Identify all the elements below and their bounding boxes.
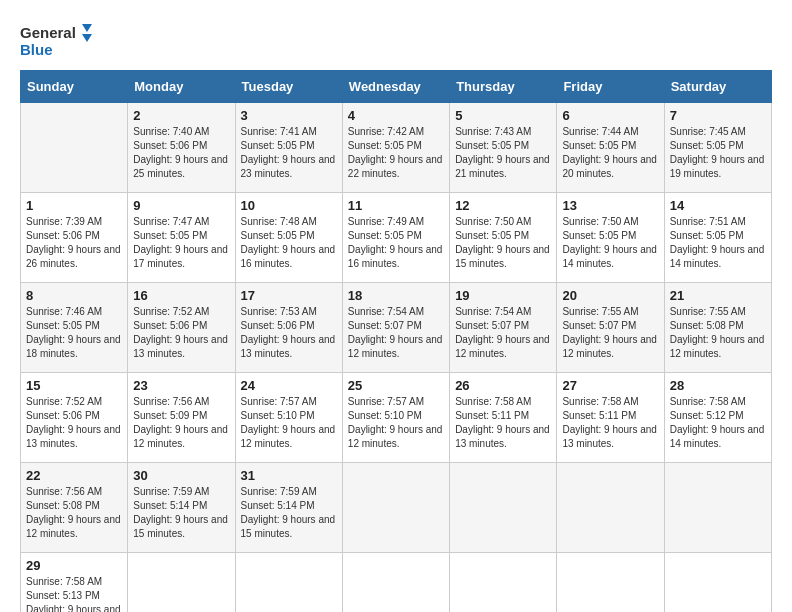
weekday-header-thursday: Thursday [450, 71, 557, 103]
day-number: 10 [241, 198, 337, 213]
calendar-cell [557, 553, 664, 613]
day-info: Sunrise: 7:57 AMSunset: 5:10 PMDaylight:… [348, 395, 444, 451]
day-number: 30 [133, 468, 229, 483]
day-info: Sunrise: 7:57 AMSunset: 5:10 PMDaylight:… [241, 395, 337, 451]
day-number: 6 [562, 108, 658, 123]
day-info: Sunrise: 7:42 AMSunset: 5:05 PMDaylight:… [348, 125, 444, 181]
calendar-row-1: 1Sunrise: 7:39 AMSunset: 5:06 PMDaylight… [21, 193, 772, 283]
weekday-header-sunday: Sunday [21, 71, 128, 103]
day-info: Sunrise: 7:54 AMSunset: 5:07 PMDaylight:… [348, 305, 444, 361]
day-info: Sunrise: 7:55 AMSunset: 5:07 PMDaylight:… [562, 305, 658, 361]
day-number: 26 [455, 378, 551, 393]
calendar-cell: 8Sunrise: 7:46 AMSunset: 5:05 PMDaylight… [21, 283, 128, 373]
day-info: Sunrise: 7:44 AMSunset: 5:05 PMDaylight:… [562, 125, 658, 181]
calendar-cell: 31Sunrise: 7:59 AMSunset: 5:14 PMDayligh… [235, 463, 342, 553]
calendar-row-3: 15Sunrise: 7:52 AMSunset: 5:06 PMDayligh… [21, 373, 772, 463]
calendar-cell: 16Sunrise: 7:52 AMSunset: 5:06 PMDayligh… [128, 283, 235, 373]
day-info: Sunrise: 7:40 AMSunset: 5:06 PMDaylight:… [133, 125, 229, 181]
calendar-cell: 10Sunrise: 7:48 AMSunset: 5:05 PMDayligh… [235, 193, 342, 283]
calendar-cell: 19Sunrise: 7:54 AMSunset: 5:07 PMDayligh… [450, 283, 557, 373]
day-info: Sunrise: 7:47 AMSunset: 5:05 PMDaylight:… [133, 215, 229, 271]
calendar-cell [342, 553, 449, 613]
day-info: Sunrise: 7:58 AMSunset: 5:11 PMDaylight:… [455, 395, 551, 451]
day-number: 17 [241, 288, 337, 303]
day-number: 8 [26, 288, 122, 303]
day-info: Sunrise: 7:49 AMSunset: 5:05 PMDaylight:… [348, 215, 444, 271]
day-number: 23 [133, 378, 229, 393]
page-header: GeneralBlue [20, 20, 772, 60]
day-number: 13 [562, 198, 658, 213]
weekday-header-saturday: Saturday [664, 71, 771, 103]
calendar-cell: 17Sunrise: 7:53 AMSunset: 5:06 PMDayligh… [235, 283, 342, 373]
weekday-header-tuesday: Tuesday [235, 71, 342, 103]
day-number: 18 [348, 288, 444, 303]
weekday-header-row: SundayMondayTuesdayWednesdayThursdayFrid… [21, 71, 772, 103]
day-info: Sunrise: 7:56 AMSunset: 5:09 PMDaylight:… [133, 395, 229, 451]
weekday-header-friday: Friday [557, 71, 664, 103]
day-number: 16 [133, 288, 229, 303]
calendar-row-2: 8Sunrise: 7:46 AMSunset: 5:05 PMDaylight… [21, 283, 772, 373]
calendar-cell: 15Sunrise: 7:52 AMSunset: 5:06 PMDayligh… [21, 373, 128, 463]
day-info: Sunrise: 7:52 AMSunset: 5:06 PMDaylight:… [26, 395, 122, 451]
calendar-cell: 29Sunrise: 7:58 AMSunset: 5:13 PMDayligh… [21, 553, 128, 613]
calendar-cell: 6Sunrise: 7:44 AMSunset: 5:05 PMDaylight… [557, 103, 664, 193]
calendar-cell: 30Sunrise: 7:59 AMSunset: 5:14 PMDayligh… [128, 463, 235, 553]
day-number: 31 [241, 468, 337, 483]
day-info: Sunrise: 7:50 AMSunset: 5:05 PMDaylight:… [562, 215, 658, 271]
svg-marker-3 [82, 34, 92, 42]
calendar-cell: 11Sunrise: 7:49 AMSunset: 5:05 PMDayligh… [342, 193, 449, 283]
day-number: 29 [26, 558, 122, 573]
day-number: 11 [348, 198, 444, 213]
day-info: Sunrise: 7:59 AMSunset: 5:14 PMDaylight:… [241, 485, 337, 541]
calendar-cell: 1Sunrise: 7:39 AMSunset: 5:06 PMDaylight… [21, 193, 128, 283]
day-number: 7 [670, 108, 766, 123]
day-info: Sunrise: 7:51 AMSunset: 5:05 PMDaylight:… [670, 215, 766, 271]
calendar-cell [342, 463, 449, 553]
calendar-cell: 18Sunrise: 7:54 AMSunset: 5:07 PMDayligh… [342, 283, 449, 373]
day-number: 19 [455, 288, 551, 303]
day-number: 4 [348, 108, 444, 123]
day-info: Sunrise: 7:58 AMSunset: 5:13 PMDaylight:… [26, 575, 122, 612]
day-number: 28 [670, 378, 766, 393]
day-info: Sunrise: 7:53 AMSunset: 5:06 PMDaylight:… [241, 305, 337, 361]
calendar-cell: 26Sunrise: 7:58 AMSunset: 5:11 PMDayligh… [450, 373, 557, 463]
day-info: Sunrise: 7:43 AMSunset: 5:05 PMDaylight:… [455, 125, 551, 181]
calendar-cell: 23Sunrise: 7:56 AMSunset: 5:09 PMDayligh… [128, 373, 235, 463]
svg-marker-2 [82, 24, 92, 32]
calendar-cell: 9Sunrise: 7:47 AMSunset: 5:05 PMDaylight… [128, 193, 235, 283]
calendar-table: SundayMondayTuesdayWednesdayThursdayFrid… [20, 70, 772, 612]
day-info: Sunrise: 7:58 AMSunset: 5:11 PMDaylight:… [562, 395, 658, 451]
day-info: Sunrise: 7:50 AMSunset: 5:05 PMDaylight:… [455, 215, 551, 271]
calendar-cell: 28Sunrise: 7:58 AMSunset: 5:12 PMDayligh… [664, 373, 771, 463]
svg-text:Blue: Blue [20, 41, 53, 58]
day-number: 27 [562, 378, 658, 393]
calendar-cell [235, 553, 342, 613]
day-number: 5 [455, 108, 551, 123]
calendar-cell: 5Sunrise: 7:43 AMSunset: 5:05 PMDaylight… [450, 103, 557, 193]
day-number: 25 [348, 378, 444, 393]
day-info: Sunrise: 7:41 AMSunset: 5:05 PMDaylight:… [241, 125, 337, 181]
day-info: Sunrise: 7:56 AMSunset: 5:08 PMDaylight:… [26, 485, 122, 541]
calendar-row-0: 2Sunrise: 7:40 AMSunset: 5:06 PMDaylight… [21, 103, 772, 193]
calendar-cell: 27Sunrise: 7:58 AMSunset: 5:11 PMDayligh… [557, 373, 664, 463]
calendar-cell [664, 463, 771, 553]
day-number: 21 [670, 288, 766, 303]
calendar-cell [128, 553, 235, 613]
calendar-row-4: 22Sunrise: 7:56 AMSunset: 5:08 PMDayligh… [21, 463, 772, 553]
calendar-cell [664, 553, 771, 613]
day-info: Sunrise: 7:54 AMSunset: 5:07 PMDaylight:… [455, 305, 551, 361]
calendar-body: 2Sunrise: 7:40 AMSunset: 5:06 PMDaylight… [21, 103, 772, 613]
calendar-cell: 13Sunrise: 7:50 AMSunset: 5:05 PMDayligh… [557, 193, 664, 283]
calendar-cell [21, 103, 128, 193]
day-number: 2 [133, 108, 229, 123]
day-info: Sunrise: 7:52 AMSunset: 5:06 PMDaylight:… [133, 305, 229, 361]
logo-svg: GeneralBlue [20, 20, 100, 60]
calendar-cell: 7Sunrise: 7:45 AMSunset: 5:05 PMDaylight… [664, 103, 771, 193]
calendar-cell: 21Sunrise: 7:55 AMSunset: 5:08 PMDayligh… [664, 283, 771, 373]
day-number: 1 [26, 198, 122, 213]
day-info: Sunrise: 7:45 AMSunset: 5:05 PMDaylight:… [670, 125, 766, 181]
calendar-row-5: 29Sunrise: 7:58 AMSunset: 5:13 PMDayligh… [21, 553, 772, 613]
day-number: 15 [26, 378, 122, 393]
day-info: Sunrise: 7:46 AMSunset: 5:05 PMDaylight:… [26, 305, 122, 361]
logo: GeneralBlue [20, 20, 100, 60]
